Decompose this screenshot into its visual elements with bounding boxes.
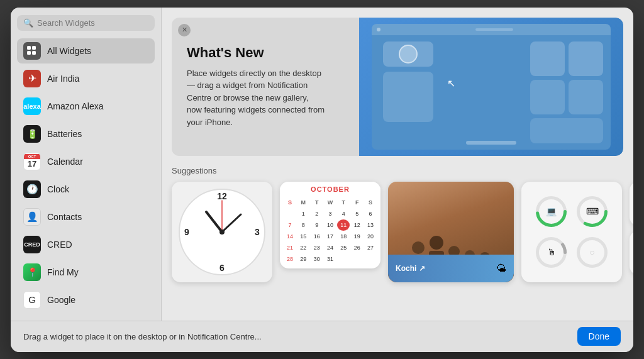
sidebar-item-batteries[interactable]: 🔋 Batteries [17, 121, 155, 146]
window-content: 🔍 All Widgets ✈ Air India [11, 8, 633, 321]
contacts-icon: 👤 [23, 208, 41, 226]
sidebar-item-label: Clock [47, 184, 69, 194]
sidebar-item-google[interactable]: G Google [17, 287, 155, 312]
cal-cell: 1 [297, 208, 309, 219]
cal-cell: 2 [311, 208, 323, 219]
svg-text:9: 9 [184, 227, 189, 237]
cal-cell: 8 [297, 219, 309, 231]
suggestions-row: 12 3 6 9 [172, 182, 623, 282]
cal-cell [351, 253, 364, 265]
cal-header-m: M [297, 197, 309, 208]
clock-app-icon: 🕐 [23, 180, 41, 198]
whats-new-title: What's New [187, 45, 344, 61]
find-my-icon: 📍 [23, 263, 41, 281]
sidebar-item-label: Calendar [47, 157, 83, 167]
right-widgets-column: Reminders 5 [630, 182, 633, 275]
cal-cell: 23 [311, 242, 323, 253]
usage-ring-keyboard: ⌨ [575, 194, 609, 229]
sidebar-item-label: Find My [47, 267, 79, 277]
cal-cell [284, 208, 296, 219]
sidebar-item-contacts[interactable]: 👤 Contacts [17, 204, 155, 229]
sidebar-item-label: Amazon Alexa [47, 101, 104, 111]
sidebar-item-label: Contacts [47, 212, 82, 222]
widget-gallery-window: 🔍 All Widgets ✈ Air India [11, 8, 633, 352]
sidebar-item-all-widgets[interactable]: All Widgets [17, 38, 155, 64]
cal-cell: 9 [311, 219, 323, 231]
cal-cell: 12 [351, 219, 364, 231]
alexa-icon: alexa [23, 97, 41, 115]
suggestions-section: Suggestions 12 3 6 9 [172, 166, 623, 282]
cal-cell: 10 [324, 219, 336, 231]
sidebar-item-air-india[interactable]: ✈ Air India [17, 66, 155, 91]
cal-header-f: F [351, 197, 364, 208]
sidebar-item-amazon-alexa[interactable]: alexa Amazon Alexa [17, 94, 155, 119]
svg-text:12: 12 [217, 191, 227, 201]
whats-new-text-area: What's New Place widgets directly on the… [172, 18, 359, 156]
weather-icon: 🌤 [496, 263, 506, 274]
cal-cell [364, 253, 377, 265]
cal-cell: 29 [297, 253, 309, 265]
clock-widget[interactable]: 12 3 6 9 [172, 182, 272, 282]
whats-new-card: ✕ What's New Place widgets directly on t… [172, 18, 623, 156]
cal-cell: 17 [324, 231, 336, 242]
cal-cell: 5 [351, 208, 364, 219]
cal-cell: 6 [364, 208, 377, 219]
calendar-month: OCTOBER [285, 185, 375, 193]
cal-cell: 4 [337, 208, 350, 219]
sidebar-item-label: CRED [47, 240, 72, 250]
whats-new-preview: ↖ [359, 18, 623, 156]
cal-cell: 16 [311, 231, 323, 242]
sidebar: 🔍 All Widgets ✈ Air India [11, 8, 162, 321]
done-button[interactable]: Done [577, 327, 621, 346]
weather-widget-overlay: Kochi ↗ 🌤 [388, 255, 514, 282]
reminders-widget[interactable]: Reminders 5 [630, 182, 633, 226]
svg-point-12 [219, 229, 225, 235]
search-bar[interactable]: 🔍 [17, 15, 155, 31]
photo-widget[interactable]: Kochi ↗ 🌤 [388, 182, 514, 282]
sidebar-item-calendar[interactable]: OCT 17 Calendar [17, 149, 155, 174]
cal-header-s1: S [284, 197, 296, 208]
svg-rect-0 [27, 46, 31, 50]
search-input[interactable] [37, 18, 148, 28]
usage-ring-empty: ○ [575, 235, 609, 270]
usage-widget[interactable]: 💻 ⌨ [521, 182, 622, 282]
batteries-icon: 🔋 [23, 125, 41, 143]
all-widgets-icon [23, 42, 41, 60]
sidebar-item-find-my[interactable]: 📍 Find My [17, 260, 155, 285]
calendar-header: OCTOBER [280, 182, 380, 196]
cal-cell: 14 [284, 231, 296, 242]
empty-widget [630, 231, 633, 275]
cal-header-w: W [324, 197, 336, 208]
usage-ring-mouse: 🖱 [534, 235, 569, 270]
cal-header-t2: T [337, 197, 350, 208]
svg-text:6: 6 [219, 263, 225, 273]
calendar-widget[interactable]: OCTOBER S M T W T F S [280, 182, 380, 268]
sidebar-item-cred[interactable]: CRED CRED [17, 232, 155, 257]
air-india-icon: ✈ [23, 70, 41, 87]
cal-cell: 20 [364, 231, 377, 242]
close-whats-new-button[interactable]: ✕ [178, 24, 191, 36]
cal-cell: 15 [297, 231, 309, 242]
city-name: Kochi ↗ [396, 264, 425, 273]
cal-cell: 22 [297, 242, 309, 253]
google-icon: G [23, 291, 41, 309]
sidebar-item-label: Batteries [47, 129, 82, 139]
cal-header-t1: T [311, 197, 323, 208]
cal-cell: 28 [284, 253, 296, 265]
svg-rect-3 [32, 51, 36, 55]
bottom-bar: Drag a widget to place it on the desktop… [11, 321, 633, 352]
usage-ring-laptop: 💻 [534, 194, 569, 229]
svg-text:3: 3 [255, 227, 260, 237]
cal-cell: 3 [324, 208, 336, 219]
sidebar-item-label: Google [47, 295, 75, 305]
bottom-hint: Drag a widget to place it on the desktop… [23, 332, 262, 341]
sidebar-item-label: Air India [47, 74, 79, 84]
cal-cell: 18 [337, 231, 350, 242]
sidebar-item-clock[interactable]: 🕐 Clock [17, 177, 155, 202]
sidebar-item-label: All Widgets [47, 46, 91, 56]
svg-rect-1 [32, 46, 36, 50]
calendar-icon: OCT 17 [23, 153, 41, 170]
cal-today-cell: 11 [337, 219, 350, 231]
cal-cell: 27 [364, 242, 377, 253]
cal-cell: 31 [324, 253, 336, 265]
